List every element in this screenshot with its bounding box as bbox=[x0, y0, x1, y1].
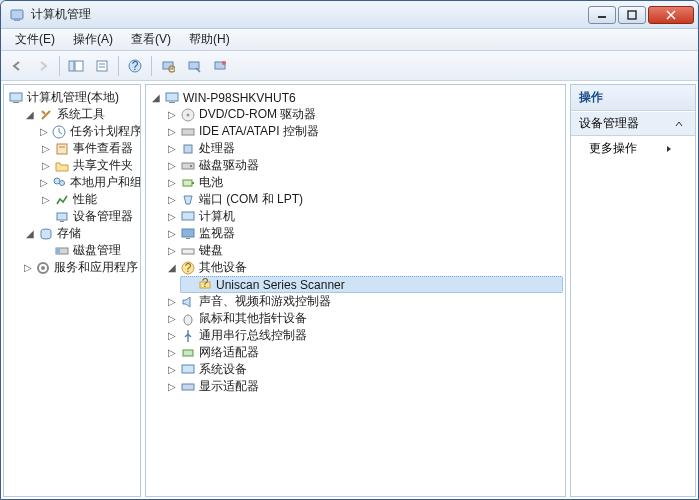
menu-action[interactable]: 操作(A) bbox=[65, 29, 121, 50]
device-display[interactable]: ▷显示适配器 bbox=[164, 378, 563, 395]
tree-disk-mgmt[interactable]: ▷磁盘管理 bbox=[38, 242, 138, 259]
ide-icon bbox=[180, 124, 196, 140]
expand-icon[interactable]: ▷ bbox=[166, 194, 177, 205]
device-mgr-icon bbox=[54, 209, 70, 225]
forward-button[interactable] bbox=[33, 56, 53, 76]
expand-icon[interactable]: ▷ bbox=[40, 160, 51, 171]
tree-services[interactable]: ▷服务和应用程序 bbox=[22, 259, 138, 276]
minimize-button[interactable] bbox=[588, 6, 616, 24]
svg-rect-32 bbox=[166, 93, 178, 101]
tree-device-manager[interactable]: ▷设备管理器 bbox=[38, 208, 138, 225]
tree-root[interactable]: 计算机管理(本地) bbox=[6, 89, 138, 106]
device-battery[interactable]: ▷电池 bbox=[164, 174, 563, 191]
expand-icon[interactable]: ▷ bbox=[166, 364, 177, 375]
users-icon bbox=[51, 175, 67, 191]
device-system[interactable]: ▷系统设备 bbox=[164, 361, 563, 378]
device-uniscan-scanner[interactable]: ▷?Uniscan Series Scanner bbox=[180, 276, 563, 293]
expand-icon[interactable]: ▷ bbox=[166, 228, 177, 239]
maximize-button[interactable] bbox=[618, 6, 646, 24]
disk-mgmt-icon bbox=[54, 243, 70, 259]
expand-icon[interactable]: ▷ bbox=[166, 143, 177, 154]
actions-section[interactable]: 设备管理器 bbox=[571, 111, 695, 136]
clock-icon bbox=[51, 124, 67, 140]
disk-icon bbox=[180, 158, 196, 174]
tree-event-viewer[interactable]: ▷事件查看器 bbox=[38, 140, 138, 157]
tree-system-tools[interactable]: ◢ 系统工具 bbox=[22, 106, 138, 123]
back-button[interactable] bbox=[7, 56, 27, 76]
content-area: 计算机管理(本地) ◢ 系统工具 ▷任务计划程序 ▷事件查看器 bbox=[1, 81, 698, 499]
device-tree[interactable]: ◢ WIN-P98SHKVHUT6 ▷DVD/CD-ROM 驱动器 ▷IDE A… bbox=[148, 89, 563, 395]
expand-icon[interactable]: ▷ bbox=[166, 160, 177, 171]
view-devices-type-button[interactable] bbox=[184, 56, 204, 76]
menu-view[interactable]: 查看(V) bbox=[123, 29, 179, 50]
device-network[interactable]: ▷网络适配器 bbox=[164, 344, 563, 361]
expand-icon[interactable]: ▷ bbox=[166, 126, 177, 137]
device-label: WIN-P98SHKVHUT6 bbox=[183, 91, 296, 105]
device-label: 磁盘驱动器 bbox=[199, 157, 259, 174]
device-dvd[interactable]: ▷DVD/CD-ROM 驱动器 bbox=[164, 106, 563, 123]
device-other[interactable]: ◢?其他设备 bbox=[164, 259, 563, 276]
tree-shared-folders[interactable]: ▷共享文件夹 bbox=[38, 157, 138, 174]
tree-performance[interactable]: ▷性能 bbox=[38, 191, 138, 208]
svg-rect-0 bbox=[11, 10, 23, 19]
collapse-icon[interactable]: ◢ bbox=[24, 109, 35, 120]
device-ports[interactable]: ▷端口 (COM 和 LPT) bbox=[164, 191, 563, 208]
menu-file[interactable]: 文件(E) bbox=[7, 29, 63, 50]
port-icon bbox=[180, 192, 196, 208]
tree-label: 本地用户和组 bbox=[70, 174, 141, 191]
tree-storage[interactable]: ◢ 存储 bbox=[22, 225, 138, 242]
device-ide[interactable]: ▷IDE ATA/ATAPI 控制器 bbox=[164, 123, 563, 140]
menu-help[interactable]: 帮助(H) bbox=[181, 29, 238, 50]
device-label: 其他设备 bbox=[199, 259, 247, 276]
navigation-panel[interactable]: 计算机管理(本地) ◢ 系统工具 ▷任务计划程序 ▷事件查看器 bbox=[3, 84, 141, 497]
expand-icon[interactable]: ▷ bbox=[166, 211, 177, 222]
expand-icon[interactable]: ▷ bbox=[166, 347, 177, 358]
collapse-icon[interactable]: ◢ bbox=[150, 92, 161, 103]
collapse-icon[interactable]: ◢ bbox=[24, 228, 35, 239]
device-label: 网络适配器 bbox=[199, 344, 259, 361]
device-hid[interactable]: ▷鼠标和其他指针设备 bbox=[164, 310, 563, 327]
expand-icon[interactable]: ▷ bbox=[166, 330, 177, 341]
device-label: 计算机 bbox=[199, 208, 235, 225]
expand-icon[interactable]: ▷ bbox=[166, 296, 177, 307]
scan-hardware-button[interactable] bbox=[158, 56, 178, 76]
svg-rect-18 bbox=[10, 93, 22, 101]
device-keyboards[interactable]: ▷键盘 bbox=[164, 242, 563, 259]
expand-icon[interactable]: ▷ bbox=[40, 143, 51, 154]
tree-label: 服务和应用程序 bbox=[54, 259, 138, 276]
collapse-icon[interactable]: ◢ bbox=[166, 262, 177, 273]
device-computer[interactable]: ▷计算机 bbox=[164, 208, 563, 225]
expand-icon[interactable]: ▷ bbox=[166, 245, 177, 256]
device-sound[interactable]: ▷声音、视频和游戏控制器 bbox=[164, 293, 563, 310]
expand-icon[interactable]: ▷ bbox=[40, 126, 48, 137]
expand-icon[interactable]: ▷ bbox=[166, 109, 177, 120]
help-button[interactable]: ? bbox=[125, 56, 145, 76]
close-button[interactable] bbox=[648, 6, 694, 24]
expand-icon[interactable]: ▷ bbox=[40, 194, 51, 205]
expand-icon[interactable]: ▷ bbox=[166, 381, 177, 392]
svg-rect-25 bbox=[57, 213, 67, 220]
view-devices-conn-button[interactable] bbox=[210, 56, 230, 76]
expand-icon[interactable]: ▷ bbox=[166, 313, 177, 324]
svg-rect-21 bbox=[57, 144, 67, 154]
tree-task-scheduler[interactable]: ▷任务计划程序 bbox=[38, 123, 138, 140]
device-label: 鼠标和其他指针设备 bbox=[199, 310, 307, 327]
keyboard-icon bbox=[180, 243, 196, 259]
expand-icon[interactable]: ▷ bbox=[40, 177, 48, 188]
chevron-up-icon[interactable] bbox=[671, 116, 687, 132]
show-hide-tree-button[interactable] bbox=[66, 56, 86, 76]
navigation-tree[interactable]: 计算机管理(本地) ◢ 系统工具 ▷任务计划程序 ▷事件查看器 bbox=[6, 89, 138, 276]
cpu-icon bbox=[180, 141, 196, 157]
svg-rect-19 bbox=[13, 102, 19, 103]
device-tree-panel[interactable]: ◢ WIN-P98SHKVHUT6 ▷DVD/CD-ROM 驱动器 ▷IDE A… bbox=[145, 84, 566, 497]
expand-icon[interactable]: ▷ bbox=[166, 177, 177, 188]
device-root[interactable]: ◢ WIN-P98SHKVHUT6 bbox=[148, 89, 563, 106]
device-usb[interactable]: ▷通用串行总线控制器 bbox=[164, 327, 563, 344]
device-cpu[interactable]: ▷处理器 bbox=[164, 140, 563, 157]
properties-button[interactable] bbox=[92, 56, 112, 76]
expand-icon[interactable]: ▷ bbox=[24, 262, 32, 273]
device-monitors[interactable]: ▷监视器 bbox=[164, 225, 563, 242]
device-disk-drives[interactable]: ▷磁盘驱动器 bbox=[164, 157, 563, 174]
actions-more[interactable]: 更多操作 bbox=[571, 136, 695, 161]
tree-local-users[interactable]: ▷本地用户和组 bbox=[38, 174, 138, 191]
